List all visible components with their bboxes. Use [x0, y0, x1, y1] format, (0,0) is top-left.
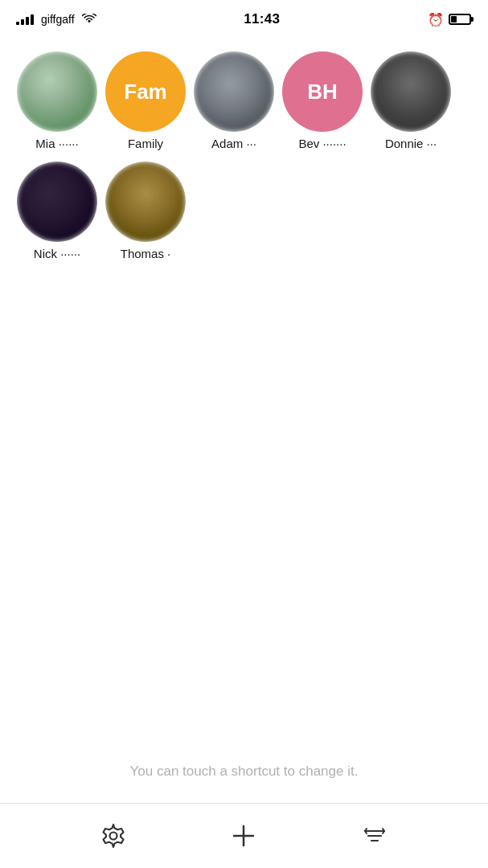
- avatar-bev: BH: [282, 51, 363, 132]
- bottom-toolbar: [0, 804, 488, 868]
- signal-icon: [16, 14, 34, 25]
- contact-donnie[interactable]: Donnie ···: [367, 51, 455, 150]
- status-time: 11:43: [244, 11, 280, 27]
- avatar-thomas: [105, 162, 186, 242]
- gear-icon: [100, 823, 126, 849]
- contact-name-mia: Mia ······: [35, 137, 78, 150]
- contact-name-donnie: Donnie ···: [385, 137, 437, 150]
- wifi-icon: [82, 14, 96, 25]
- contact-adam[interactable]: Adam ···: [190, 51, 278, 150]
- contact-thomas[interactable]: Thomas ·: [101, 162, 190, 260]
- contacts-area: Mia ······ Fam Family Adam ··· BH Bev ··…: [0, 35, 488, 272]
- status-right: ⏰: [428, 12, 472, 27]
- status-bar: giffgaff 11:43 ⏰: [0, 0, 488, 35]
- contact-name-family: Family: [128, 137, 163, 150]
- plus-icon: [231, 823, 256, 849]
- filter-button[interactable]: [355, 816, 395, 856]
- avatar-initials-family: Fam: [124, 80, 166, 104]
- contact-name-nick: Nick ······: [34, 247, 80, 260]
- avatar-initials-bev: BH: [307, 80, 338, 104]
- add-button[interactable]: [223, 816, 264, 856]
- status-left: giffgaff: [16, 13, 96, 26]
- contact-nick[interactable]: Nick ······: [13, 162, 101, 260]
- contact-name-thomas: Thomas ·: [121, 247, 171, 260]
- contact-name-adam: Adam ···: [211, 137, 256, 150]
- battery-icon: [449, 14, 472, 25]
- svg-point-0: [110, 833, 117, 840]
- avatar-nick: [17, 162, 97, 242]
- avatar-adam: [194, 51, 274, 132]
- filter-icon: [362, 823, 388, 849]
- contact-mia[interactable]: Mia ······: [13, 51, 101, 150]
- settings-button[interactable]: [93, 816, 133, 856]
- contact-name-bev: Bev ·······: [298, 137, 346, 150]
- hint-text: You can touch a shortcut to change it.: [0, 764, 488, 780]
- contact-family[interactable]: Fam Family: [101, 51, 190, 150]
- contact-bev[interactable]: BH Bev ·······: [278, 51, 367, 150]
- contacts-grid: Mia ······ Fam Family Adam ··· BH Bev ··…: [13, 51, 475, 272]
- alarm-icon: ⏰: [428, 12, 444, 27]
- carrier-name: giffgaff: [41, 13, 75, 26]
- avatar-donnie: [371, 51, 451, 132]
- avatar-family: Fam: [105, 51, 186, 132]
- avatar-mia: [17, 51, 97, 132]
